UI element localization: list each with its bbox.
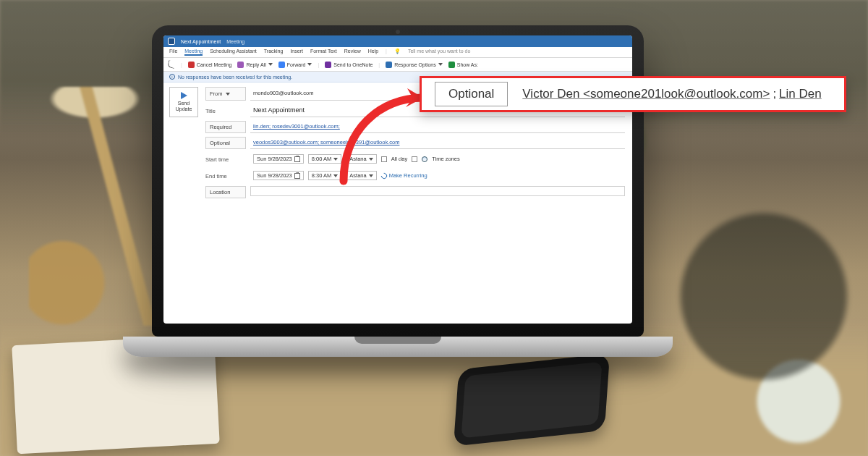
title-label: Title bbox=[205, 104, 246, 117]
optional-field[interactable]: veodos3003@outlook.com; someoneelse4391@… bbox=[250, 137, 625, 149]
end-date-picker[interactable]: Sun 9/28/2023 bbox=[253, 171, 304, 180]
window-title: Next Appointment bbox=[181, 39, 221, 44]
forward-button[interactable]: Forward bbox=[278, 62, 312, 68]
response-options-button[interactable]: Response Options bbox=[386, 62, 443, 68]
location-button[interactable]: Location bbox=[205, 186, 246, 198]
start-date-picker[interactable]: Sun 9/28/2023 bbox=[253, 154, 304, 164]
tab-format[interactable]: Format Text bbox=[310, 48, 337, 56]
reply-all-button[interactable]: Reply All bbox=[237, 62, 272, 68]
callout-recipient-2[interactable]: Lin Den bbox=[779, 87, 822, 101]
callout-recipients: Victor Den <someone201look@outlook.com>;… bbox=[522, 87, 821, 101]
callout-recipient-1[interactable]: Victor Den <someone201look@outlook.com> bbox=[522, 87, 770, 101]
outlook-icon bbox=[168, 38, 175, 45]
meeting-form: Send Update From mondo903@outlook.com Ti… bbox=[163, 83, 632, 324]
tab-scheduling[interactable]: Scheduling Assistant bbox=[210, 48, 257, 56]
end-tz-picker[interactable]: Astana bbox=[346, 171, 376, 180]
make-recurring-link[interactable]: Make Recurring bbox=[381, 172, 427, 179]
info-icon: i bbox=[169, 74, 175, 80]
end-time-picker[interactable]: 8:30 AM bbox=[308, 171, 342, 180]
start-time-row: Sun 9/28/2023 8:00 AM Astana All day Tim… bbox=[250, 153, 625, 166]
tab-file[interactable]: File bbox=[169, 48, 177, 56]
send-update-button[interactable]: Send Update bbox=[169, 87, 198, 117]
tab-help[interactable]: Help bbox=[368, 48, 378, 56]
laptop-base bbox=[123, 337, 673, 357]
laptop: Next Appointment Meeting File Meeting Sc… bbox=[152, 25, 644, 357]
send-onenote-button[interactable]: Send to OneNote bbox=[325, 62, 373, 68]
calendar-icon bbox=[294, 156, 300, 162]
show-as-button[interactable]: Show As: bbox=[448, 62, 478, 68]
recurring-icon bbox=[380, 172, 388, 180]
window-titlebar: Next Appointment Meeting bbox=[163, 35, 632, 47]
end-time-row: Sun 9/28/2023 8:30 AM Astana Make Recurr… bbox=[250, 169, 625, 182]
tab-insert[interactable]: Insert bbox=[290, 48, 303, 56]
from-button[interactable]: From bbox=[205, 87, 246, 101]
tab-tracking[interactable]: Tracking bbox=[264, 48, 284, 56]
required-field[interactable]: lin.den; rosedev3001@outlook.com; bbox=[250, 121, 625, 133]
response-icon bbox=[386, 62, 392, 68]
tab-meeting[interactable]: Meeting bbox=[184, 48, 203, 56]
undo-icon[interactable] bbox=[167, 60, 176, 69]
onenote-icon bbox=[325, 62, 331, 68]
end-time-label: End time bbox=[205, 169, 246, 182]
allday-checkbox[interactable] bbox=[381, 156, 387, 162]
optional-callout: Optional Victor Den <someone201look@outl… bbox=[420, 76, 846, 112]
start-time-label: Start time bbox=[205, 153, 246, 166]
ribbon-tabs: File Meeting Scheduling Assistant Tracki… bbox=[163, 47, 632, 58]
start-tz-picker[interactable]: Astana bbox=[346, 154, 376, 164]
ribbon-toolbar: | Cancel Meeting Reply All Forward | Sen… bbox=[163, 58, 632, 72]
forward-icon bbox=[278, 62, 285, 68]
globe-icon bbox=[422, 156, 427, 162]
cancel-icon bbox=[188, 62, 195, 68]
timezones-label: Time zones bbox=[432, 156, 460, 162]
tab-review[interactable]: Review bbox=[344, 48, 361, 56]
window-context: Meeting bbox=[226, 39, 244, 44]
optional-button[interactable]: Optional bbox=[205, 137, 246, 149]
reply-all-icon bbox=[237, 62, 244, 68]
tell-me[interactable]: Tell me what you want to do bbox=[408, 48, 470, 56]
start-time-picker[interactable]: 8:00 AM bbox=[308, 154, 342, 164]
callout-optional-button[interactable]: Optional bbox=[435, 82, 508, 106]
timezones-checkbox[interactable] bbox=[412, 156, 417, 162]
show-as-icon bbox=[448, 62, 455, 68]
location-field[interactable] bbox=[250, 186, 625, 196]
cancel-meeting-button[interactable]: Cancel Meeting bbox=[188, 62, 232, 68]
send-icon bbox=[181, 92, 187, 99]
allday-label: All day bbox=[391, 156, 408, 162]
required-button[interactable]: Required bbox=[205, 121, 246, 133]
calendar-icon bbox=[294, 173, 300, 179]
info-text: No responses have been received for this… bbox=[178, 75, 292, 80]
webcam bbox=[396, 30, 400, 34]
